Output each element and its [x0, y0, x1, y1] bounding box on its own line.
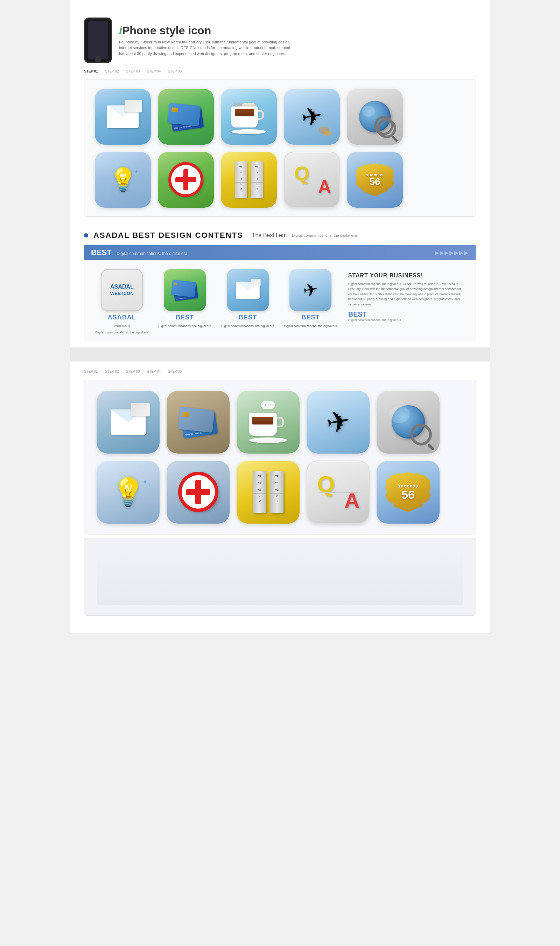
- best-item-creditcard[interactable]: Credit Card 0000 1234 5678 9000 BEST Dig…: [156, 269, 214, 328]
- icon-grid-section-2: Credit Card 0000 1234 5678 9000 • • •: [84, 380, 476, 535]
- mail-icon[interactable]: [95, 89, 151, 145]
- title-rest: Phone style icon: [122, 24, 211, 37]
- asadal-title: ASADAL BEST DESIGN CONTENTS: [94, 231, 243, 240]
- icon-grid-section-1: Credit Card 0000 1234 5678 9000 • • •: [84, 80, 476, 217]
- success-badge-icon-2[interactable]: success 56: [377, 461, 440, 524]
- best-banner: BEST Digital communications, the digital…: [84, 245, 476, 260]
- ruler-icon-2[interactable]: +6 +4 +2 0 -2 +6 +4 +2 0 -2: [237, 461, 300, 524]
- best-item-mail[interactable]: BEST Digital communications, the digital…: [219, 269, 277, 328]
- phone-icon: [84, 17, 112, 63]
- start-body: Digital communications, the digital era.…: [348, 282, 463, 307]
- page-title: iPhone style icon: [119, 24, 294, 37]
- icon-row-4: 💡 ✦ ✦ +6 +4 +2 0: [97, 461, 463, 524]
- best-item-airplane[interactable]: ✈ BEST Digital communications, the digit…: [282, 269, 340, 328]
- icon-row-2: 💡 ✦ ✦ +6 +4 +2 0: [95, 152, 465, 208]
- asadal-web-icon-label: ASADAL WEB ICON: [110, 283, 134, 297]
- credit-card-blue-icon[interactable]: Credit Card 0000 1234 5678 9000: [158, 89, 214, 145]
- no-entry-icon-2[interactable]: [166, 461, 229, 524]
- mail-icon-2[interactable]: [97, 391, 160, 454]
- ruler-icon[interactable]: +6 +4 +2 0 -2 +6 +4 +2 0 -2: [221, 152, 277, 208]
- globe-icon[interactable]: [347, 89, 403, 145]
- start-title: START YOUR BUSINESS!: [348, 273, 463, 279]
- step-nav: STEP 01 STEP 02 STEP 03 STEP 04 STEP 05: [70, 66, 490, 76]
- best-banner-sub: Digital communications, the digital era: [117, 251, 187, 256]
- bulb-icon[interactable]: 💡 ✦ ✦: [95, 152, 151, 208]
- badge-number-2: 56: [402, 488, 415, 501]
- step-03[interactable]: STEP 03: [126, 69, 140, 73]
- asadal-subtitle: The Best Item: [252, 232, 287, 239]
- best-banner-arrows: ▶▶▶▶▶▶▶: [435, 250, 469, 256]
- icon-row-3: Credit Card 0000 1234 5678 9000 • • •: [97, 391, 463, 454]
- best-right-label: BEST: [348, 310, 463, 318]
- step2-03[interactable]: STEP 03: [126, 370, 140, 373]
- badge-number: 56: [369, 177, 380, 187]
- asadal-dot: [84, 233, 88, 237]
- step2-04[interactable]: STEP 04: [147, 370, 161, 373]
- title-i: i: [119, 24, 122, 37]
- header-description: Founded by iStockPro in New Korea in Feb…: [119, 39, 294, 57]
- step2-01[interactable]: STEP 01: [84, 370, 98, 373]
- step-04[interactable]: STEP 04: [147, 69, 161, 73]
- bulb-icon-2[interactable]: 💡 ✦ ✦: [97, 461, 160, 524]
- airplane-icon-2[interactable]: ✈: [306, 391, 369, 454]
- step2-02[interactable]: STEP 02: [105, 370, 119, 373]
- best-right-sub: Digital communications, the digital era: [348, 318, 463, 322]
- step-01[interactable]: STEP 01: [84, 69, 98, 73]
- step-05[interactable]: STEP 05: [168, 69, 182, 73]
- airplane-icon[interactable]: ✈: [284, 89, 340, 145]
- step-02[interactable]: STEP 02: [105, 69, 119, 73]
- best-items-section: ASADAL WEB ICON ASADAL WEB ICON Digital …: [84, 262, 476, 342]
- credit-card-beige-icon[interactable]: Credit Card 0000 1234 5678 9000: [166, 391, 229, 454]
- bottom-section: [84, 538, 476, 616]
- success-badge-icon[interactable]: success 56: [347, 152, 403, 208]
- start-business-panel: START YOUR BUSINESS! Digital communicati…: [345, 269, 467, 325]
- no-entry-icon[interactable]: [158, 152, 214, 208]
- section-divider: [70, 347, 490, 361]
- qa-icon-2[interactable]: Q A: [306, 461, 369, 524]
- qa-icon[interactable]: Q A: [284, 152, 340, 208]
- step-nav-2: STEP 01 STEP 02 STEP 03 STEP 04 STEP 05: [70, 367, 490, 376]
- icon-row-1: Credit Card 0000 1234 5678 9000 • • •: [95, 89, 465, 145]
- best-item-asadal[interactable]: ASADAL WEB ICON ASADAL WEB ICON Digital …: [93, 269, 151, 335]
- coffee-icon[interactable]: • • •: [221, 89, 277, 145]
- header-section: iPhone style icon Founded by iStockPro i…: [70, 7, 490, 66]
- asadal-header: ASADAL BEST DESIGN CONTENTS The Best Ite…: [70, 220, 490, 243]
- best-banner-bold: BEST: [91, 248, 112, 257]
- coffee-icon-2[interactable]: • • •: [237, 391, 300, 454]
- asadal-sub2: Digital communications, the digital era: [292, 233, 357, 237]
- step2-05[interactable]: STEP 05: [168, 370, 182, 373]
- globe-icon-2[interactable]: [377, 391, 440, 454]
